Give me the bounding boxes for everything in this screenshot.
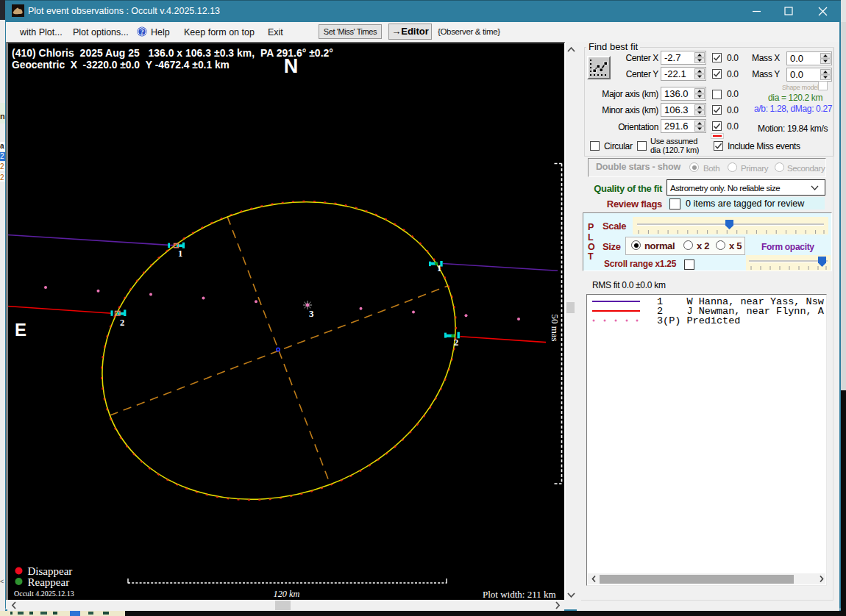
svg-text:1: 1 xyxy=(178,248,182,259)
svg-text:1: 1 xyxy=(437,263,441,273)
svg-text:Occult 4.2025.12.13: Occult 4.2025.12.13 xyxy=(14,590,74,598)
svg-text:Reappear: Reappear xyxy=(28,576,70,588)
svg-text:N: N xyxy=(284,55,299,77)
svg-text:120 km: 120 km xyxy=(274,589,300,599)
svg-text:?: ? xyxy=(141,29,144,36)
svg-text:50 mas: 50 mas xyxy=(550,314,561,341)
svg-text:3: 3 xyxy=(309,308,314,319)
svg-text:Geocentric X -3220.0 ±0.0 Y: Geocentric X -3220.0 ±0.0 Y -4672.4 ±0.1… xyxy=(12,60,230,71)
svg-text:Plot width: 211 km: Plot width: 211 km xyxy=(483,589,556,600)
svg-text:2: 2 xyxy=(454,337,458,348)
svg-text:E: E xyxy=(15,320,26,340)
svg-text:2: 2 xyxy=(120,318,124,328)
